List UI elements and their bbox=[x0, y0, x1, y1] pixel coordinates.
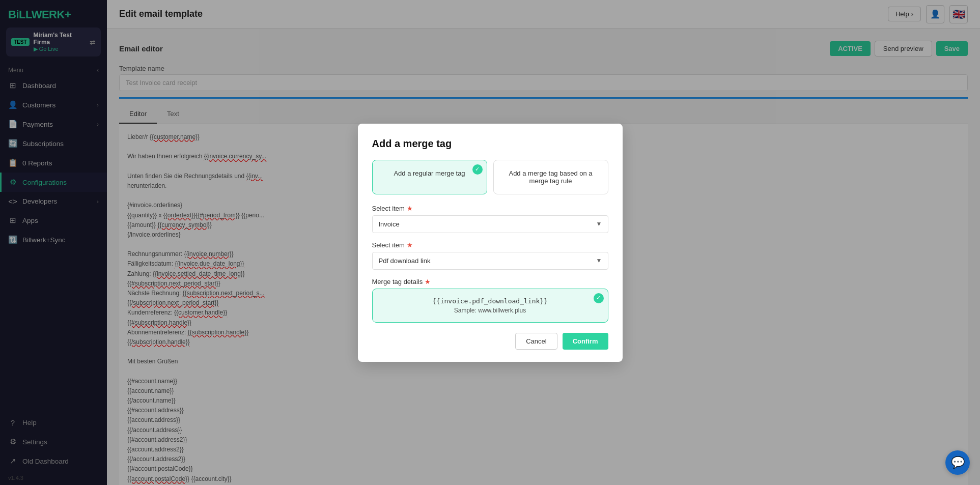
select-item-2[interactable]: Pdf download link Number Due date Amount bbox=[372, 252, 608, 270]
select-item-1[interactable]: Invoice Customer Subscription Account bbox=[372, 215, 608, 233]
select-item-wrapper-1: Invoice Customer Subscription Account ▼ bbox=[372, 215, 608, 233]
chat-bubble-button[interactable]: 💬 bbox=[945, 450, 970, 475]
merge-tag-options: ✓ Add a regular merge tag Add a merge ta… bbox=[372, 160, 608, 194]
chat-icon: 💬 bbox=[951, 456, 965, 469]
option-label: Add a merge tag based on a merge tag rul… bbox=[509, 169, 592, 185]
merge-tag-option-regular[interactable]: ✓ Add a regular merge tag bbox=[372, 160, 487, 194]
confirm-button[interactable]: Confirm bbox=[563, 333, 608, 350]
modal-overlay[interactable]: Add a merge tag ✓ Add a regular merge ta… bbox=[0, 0, 980, 485]
select-item-wrapper-2: Pdf download link Number Due date Amount… bbox=[372, 252, 608, 270]
modal: Add a merge tag ✓ Add a regular merge ta… bbox=[358, 124, 623, 362]
modal-title: Add a merge tag bbox=[372, 138, 608, 150]
modal-footer: Cancel Confirm bbox=[372, 333, 608, 350]
required-indicator: ★ bbox=[425, 278, 431, 286]
required-indicator: ★ bbox=[407, 205, 413, 212]
merge-tag-details-label: Merge tag details ★ bbox=[372, 278, 608, 286]
select-item-label-1: Select item ★ bbox=[372, 205, 608, 212]
cancel-button[interactable]: Cancel bbox=[515, 333, 557, 350]
check-icon: ✓ bbox=[594, 293, 604, 303]
merge-tag-option-rule[interactable]: Add a merge tag based on a merge tag rul… bbox=[493, 160, 608, 194]
required-indicator: ★ bbox=[407, 241, 413, 249]
merge-tag-details-box: ✓ {{invoice.pdf_download_link}} Sample: … bbox=[372, 289, 608, 323]
option-label: Add a regular merge tag bbox=[394, 169, 465, 177]
select-item-label-2: Select item ★ bbox=[372, 241, 608, 249]
merge-tag-code: {{invoice.pdf_download_link}} bbox=[381, 297, 600, 305]
check-icon: ✓ bbox=[472, 164, 483, 175]
merge-tag-sample: Sample: www.billwerk.plus bbox=[381, 307, 600, 314]
